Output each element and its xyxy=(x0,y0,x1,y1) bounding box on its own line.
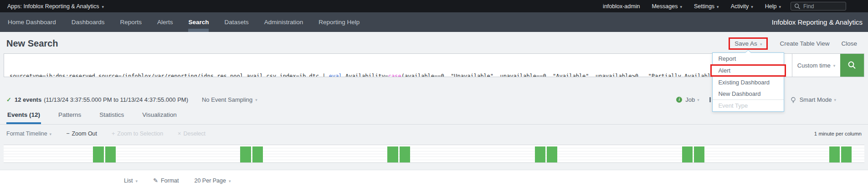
timeline-scale-label: 1 minute per column xyxy=(814,131,862,136)
topbar: Apps: Infoblox Reporting & Analytics ▾ i… xyxy=(0,0,868,12)
nav-items: Home DashboardDashboardsReportsAlertsSea… xyxy=(0,12,367,32)
save-as-option-report[interactable]: Report xyxy=(713,53,784,64)
job-info-icon[interactable]: i xyxy=(676,97,682,103)
apps-menu[interactable]: Apps: Infoblox Reporting & Analytics ▾ xyxy=(0,0,111,12)
nav-item-alerts[interactable]: Alerts xyxy=(149,12,181,32)
header-actions: Save As ▾ ReportAlertExisting DashboardN… xyxy=(729,37,857,50)
format-timeline-label: Format Timeline xyxy=(6,131,47,137)
timeline-event-bar[interactable] xyxy=(547,146,558,162)
cross-icon: × xyxy=(178,131,181,137)
timeline-event-bar[interactable] xyxy=(387,146,398,162)
tab-statistics[interactable]: Statistics xyxy=(98,109,125,124)
caret-down-icon: ▾ xyxy=(760,42,762,47)
nav-item-dashboards[interactable]: Dashboards xyxy=(64,12,113,32)
tab-patterns[interactable]: Patterns xyxy=(57,109,82,124)
timeline-event-bar[interactable] xyxy=(535,146,546,162)
format-menu[interactable]: ✎ Format xyxy=(153,177,179,184)
close-button[interactable]: Close xyxy=(841,40,857,47)
nav-item-reporting-help[interactable]: Reporting Help xyxy=(311,12,367,32)
tab-events-12[interactable]: Events (12) xyxy=(6,109,41,124)
caret-down-icon: ▾ xyxy=(779,5,781,9)
timeline-gridline xyxy=(4,157,864,157)
caret-down-icon: ▾ xyxy=(697,98,699,102)
events-count: 12 events xyxy=(15,96,41,103)
query-segment-plain: Availability= xyxy=(342,73,388,77)
activity-menu-label: Activity xyxy=(731,3,749,10)
zoom-out-button[interactable]: − Zoom Out xyxy=(66,131,97,137)
list-view-menu[interactable]: List ▾ xyxy=(124,178,138,184)
user-menu[interactable]: infoblox-admin xyxy=(597,0,646,12)
caret-down-icon: ▾ xyxy=(102,5,104,9)
list-view-label: List xyxy=(124,178,133,184)
timeline-event-bar[interactable] xyxy=(829,146,840,162)
event-sampling-menu[interactable]: No Event Sampling ▾ xyxy=(202,96,257,103)
search-mode-menu[interactable]: Smart Mode ▾ xyxy=(800,96,836,103)
time-range-label: Custom time xyxy=(797,62,831,69)
query-segment-plain: sourcetype=ib:dns:reserved source=/infob… xyxy=(10,73,329,77)
timeline-event-bar[interactable] xyxy=(682,146,693,162)
per-page-menu[interactable]: 20 Per Page ▾ xyxy=(194,178,231,184)
job-menu-label: Job xyxy=(685,96,695,103)
user-menu-label: infoblox-admin xyxy=(603,3,640,10)
caret-down-icon: ▾ xyxy=(135,179,138,183)
app-title: Infoblox Reporting & Analytics xyxy=(772,18,868,26)
timeline-event-bar[interactable] xyxy=(240,146,251,162)
help-menu[interactable]: Help▾ xyxy=(759,0,787,12)
save-as-option-event-type: Event Type xyxy=(713,100,784,111)
search-query-input[interactable]: sourcetype=ib:dns:reserved source=/infob… xyxy=(4,54,792,77)
nav-item-home-dashboard[interactable]: Home Dashboard xyxy=(0,12,64,32)
run-search-button[interactable] xyxy=(840,54,864,77)
save-as-option-alert[interactable]: Alert xyxy=(710,64,786,77)
timeline-event-bar[interactable] xyxy=(400,146,411,162)
job-menu[interactable]: Job ▾ xyxy=(685,96,699,103)
event-sampling-label: No Event Sampling xyxy=(202,96,252,103)
caret-down-icon: ▾ xyxy=(255,98,257,102)
timeline-event-bar[interactable] xyxy=(252,146,263,162)
app-navbar: Home DashboardDashboardsReportsAlertsSea… xyxy=(0,12,868,32)
settings-menu[interactable]: Settings▾ xyxy=(688,0,725,12)
format-timeline-menu[interactable]: Format Timeline ▾ xyxy=(6,131,51,137)
caret-down-icon: ▾ xyxy=(229,179,231,183)
deselect-button[interactable]: × Deselect xyxy=(178,131,205,137)
save-as-wrap: Save As ▾ ReportAlertExisting DashboardN… xyxy=(729,37,768,50)
find-input[interactable] xyxy=(803,3,842,10)
events-timeline-chart[interactable] xyxy=(4,145,864,163)
nav-item-reports[interactable]: Reports xyxy=(113,12,149,32)
nav-item-administration[interactable]: Administration xyxy=(257,12,311,32)
timeline-event-bar[interactable] xyxy=(841,146,852,162)
query-segment-function: case xyxy=(388,73,401,77)
activity-menu[interactable]: Activity▾ xyxy=(725,0,759,12)
search-icon xyxy=(847,61,857,70)
check-icon: ✓ xyxy=(6,96,11,103)
timeline-controls: Format Timeline ▾ − Zoom Out + Zoom to S… xyxy=(0,128,868,139)
messages-menu-label: Messages xyxy=(652,3,678,10)
timeline-event-bar[interactable] xyxy=(694,146,705,162)
timeline-gridline xyxy=(4,151,864,151)
timeline-event-bar[interactable] xyxy=(105,146,116,162)
query-segment-command: eval xyxy=(329,73,342,77)
page-title: New Search xyxy=(6,38,58,49)
list-controls: List ▾ ✎ Format 20 Per Page ▾ xyxy=(124,177,231,184)
caret-down-icon: ▾ xyxy=(680,5,682,9)
zoom-to-selection-label: Zoom to Selection xyxy=(117,131,163,137)
tab-visualization[interactable]: Visualization xyxy=(141,109,178,124)
help-menu-label: Help xyxy=(765,3,777,10)
save-as-button[interactable]: Save As ▾ xyxy=(729,37,768,50)
query-line-1: sourcetype=ib:dns:reserved source=/infob… xyxy=(10,73,792,77)
time-range-picker[interactable]: Custom time ▾ xyxy=(792,54,840,77)
messages-menu[interactable]: Messages▾ xyxy=(646,0,688,12)
zoom-to-selection-button[interactable]: + Zoom to Selection xyxy=(112,131,163,137)
plus-icon: + xyxy=(112,131,115,137)
caret-down-icon: ▾ xyxy=(717,5,719,9)
save-as-label: Save As xyxy=(734,40,757,47)
pencil-icon: ✎ xyxy=(153,177,158,184)
create-table-view-button[interactable]: Create Table View xyxy=(780,40,829,47)
find-search-box[interactable] xyxy=(791,2,846,10)
save-as-dropdown: ReportAlertExisting DashboardNew Dashboa… xyxy=(712,52,784,112)
timeline-event-bar[interactable] xyxy=(93,146,104,162)
nav-item-search[interactable]: Search xyxy=(180,12,216,32)
nav-item-datasets[interactable]: Datasets xyxy=(216,12,256,32)
lightbulb-icon xyxy=(790,97,796,104)
save-as-option-existing-dashboard[interactable]: Existing Dashboard xyxy=(713,77,784,88)
save-as-option-new-dashboard[interactable]: New Dashboard xyxy=(713,88,784,99)
